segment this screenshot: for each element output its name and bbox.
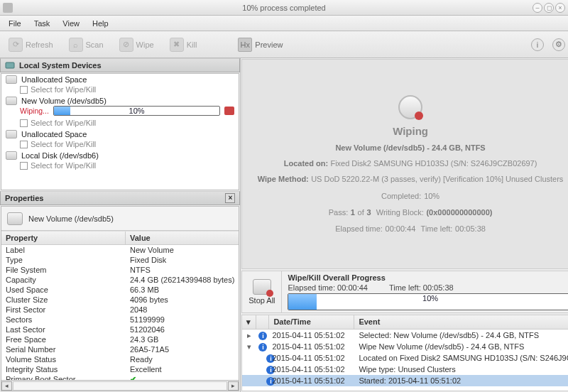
log-expand-toggle[interactable]: ▸ <box>242 331 256 340</box>
settings-button[interactable]: ⚙ <box>552 38 565 51</box>
property-value: Excellent <box>126 364 239 374</box>
property-row: Primary Boot Sector✔ <box>1 374 239 380</box>
info-icon: i <box>256 365 269 374</box>
maximize-button[interactable]: ◻ <box>544 3 554 13</box>
menu-task[interactable]: Task <box>28 17 56 30</box>
select-checkbox[interactable] <box>20 86 28 94</box>
scan-icon: ⌕ <box>69 38 83 52</box>
log-col-event[interactable]: Event <box>354 315 568 329</box>
wipe-heading: Wiping <box>393 125 428 137</box>
devices-panel: Unallocated SpaceSelect for Wipe/KillNew… <box>1 73 239 190</box>
info-icon: i <box>256 354 269 363</box>
property-row: Last Sector51202046 <box>1 325 239 334</box>
property-key: Integrity Status <box>1 364 126 374</box>
device-progressbar: 10% <box>53 106 221 116</box>
log-col-expand[interactable]: ▾ <box>242 315 256 329</box>
kill-button[interactable]: ✖Kill <box>164 36 203 54</box>
minimize-button[interactable]: – <box>532 3 542 13</box>
wipe-button[interactable]: ⊘Wipe <box>114 36 160 54</box>
log-datetime: 2015-04-11 05:51:02 <box>269 342 354 351</box>
log-col-datetime[interactable]: Date/Time <box>269 315 354 329</box>
log-expand-toggle[interactable]: ▾ <box>242 342 256 352</box>
info-icon: i <box>256 331 269 340</box>
select-for-label: Select for Wipe/Kill <box>31 119 96 127</box>
stop-all-button[interactable]: Stop All <box>242 271 282 312</box>
property-key: Primary Boot Sector <box>1 374 126 380</box>
info-button[interactable]: i <box>531 38 544 51</box>
property-key: Sectors <box>1 315 126 325</box>
property-key: File System <box>1 265 126 275</box>
device-row[interactable]: Unallocated SpaceSelect for Wipe/Kill <box>1 129 239 150</box>
scroll-track[interactable] <box>13 381 227 391</box>
property-value: 26A5-71A5 <box>126 344 239 354</box>
property-key: Used Space <box>1 285 126 295</box>
property-row: TypeFixed Disk <box>1 255 239 265</box>
close-button[interactable]: × <box>555 3 565 13</box>
log-event: Selected: New Volume (/dev/sdb5) - 24.4 … <box>354 331 568 339</box>
scan-button[interactable]: ⌕Scan <box>63 36 109 54</box>
property-row: Integrity StatusExcellent <box>1 364 239 374</box>
property-row: Serial Number26A5-71A5 <box>1 344 239 354</box>
prop-col-property[interactable]: Property <box>1 232 126 244</box>
preview-button[interactable]: HxPreview <box>232 36 288 54</box>
device-label: New Volume (/dev/sdb5) <box>21 97 106 105</box>
select-checkbox[interactable] <box>20 162 28 170</box>
info-icon: i <box>256 376 269 386</box>
property-value: 24.4 GB (26214399488 bytes) <box>126 275 239 285</box>
select-for-label: Select for Wipe/Kill <box>31 85 96 94</box>
property-value: Fixed Disk <box>126 255 239 265</box>
menu-view[interactable]: View <box>57 17 85 30</box>
stop-all-icon <box>253 279 271 295</box>
property-value: NTFS <box>126 265 239 275</box>
disk-icon <box>6 75 17 84</box>
device-row[interactable]: Local Disk (/dev/sdb6)Select for Wipe/Ki… <box>1 150 239 171</box>
app-icon <box>3 3 13 13</box>
disk-icon <box>6 151 17 160</box>
scroll-right-button[interactable]: ▸ <box>228 381 239 391</box>
property-key: Type <box>1 255 126 265</box>
device-row[interactable]: New Volume (/dev/sdb5)Wiping...10%Select… <box>1 95 239 129</box>
menu-file[interactable]: File <box>3 17 27 30</box>
select-checkbox[interactable] <box>20 119 28 127</box>
property-value: 4096 bytes <box>126 295 239 305</box>
property-row: Sectors51199999 <box>1 315 239 325</box>
property-key: Capacity <box>1 275 126 285</box>
log-panel: ▾ Date/Time Event ▸i2015-04-11 05:51:02S… <box>241 315 568 391</box>
disk-icon <box>6 130 17 138</box>
properties-scrollbar[interactable]: ◂ ▸ <box>1 380 239 391</box>
log-datetime: 2015-04-11 05:51:02 <box>269 354 354 362</box>
titlebar: 10% process completed – ◻ × <box>0 0 568 16</box>
log-event: Wipe New Volume (/dev/sdb5) - 24.4 GB, N… <box>354 342 568 351</box>
log-event: Located on Fixed Disk2 SAMSUNG HD103SJ (… <box>354 354 568 362</box>
log-row[interactable]: i2015-04-11 05:51:02Started: 2015-04-11 … <box>242 375 568 386</box>
property-key: Label <box>1 245 126 255</box>
prop-col-value[interactable]: Value <box>126 232 239 244</box>
devices-icon <box>5 60 15 70</box>
property-row: First Sector2048 <box>1 305 239 315</box>
select-checkbox[interactable] <box>20 141 28 148</box>
menu-help[interactable]: Help <box>87 17 114 30</box>
property-value: 51202046 <box>126 325 239 334</box>
overall-title: Wipe/Kill Overall Progress <box>288 273 568 283</box>
kill-icon: ✖ <box>170 38 184 52</box>
properties-close-button[interactable]: × <box>225 193 235 203</box>
device-row[interactable]: Unallocated SpaceSelect for Wipe/Kill <box>1 74 239 95</box>
wipe-status-panel: Wiping New Volume (/dev/sdb5) - 24.4 GB,… <box>241 59 568 269</box>
window-title: 10% process completed <box>242 4 325 12</box>
property-key: Last Sector <box>1 325 126 334</box>
log-row[interactable]: i2015-04-11 05:51:02Located on Fixed Dis… <box>242 352 568 364</box>
refresh-button[interactable]: ⟳Refresh <box>3 36 59 54</box>
log-row[interactable]: ▸i2015-04-11 05:51:02Selected: New Volum… <box>242 330 568 341</box>
stop-wipe-button[interactable] <box>224 107 234 115</box>
log-event: Started: 2015-04-11 05:51:02 <box>354 376 568 385</box>
property-row: LabelNew Volume <box>1 245 239 255</box>
log-row[interactable]: i2015-04-11 05:51:02Wipe type: Unused Cl… <box>242 364 568 375</box>
scroll-left-button[interactable]: ◂ <box>1 381 12 391</box>
device-label: Local Disk (/dev/sdb6) <box>21 151 99 160</box>
property-value: 24.3 GB <box>126 334 239 344</box>
log-row[interactable]: ▾i2015-04-11 05:51:02Wipe New Volume (/d… <box>242 341 568 352</box>
menubar: File Task View Help <box>0 16 568 31</box>
property-value: Ready <box>126 354 239 364</box>
log-event: Wipe type: Unused Clusters <box>354 365 568 374</box>
device-label: Unallocated Space <box>21 75 87 84</box>
